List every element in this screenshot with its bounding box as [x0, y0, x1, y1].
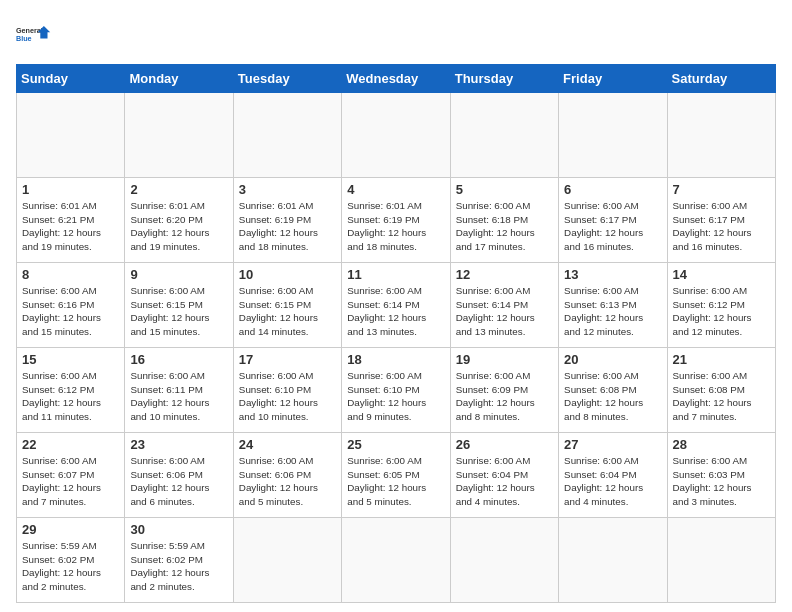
- svg-text:General: General: [16, 26, 43, 35]
- calendar-cell: 12Sunrise: 6:00 AMSunset: 6:14 PMDayligh…: [450, 263, 558, 348]
- day-number: 24: [239, 437, 336, 452]
- day-number: 9: [130, 267, 227, 282]
- col-header-wednesday: Wednesday: [342, 65, 450, 93]
- day-info: Sunrise: 6:00 AMSunset: 6:03 PMDaylight:…: [673, 454, 770, 509]
- day-info: Sunrise: 6:00 AMSunset: 6:07 PMDaylight:…: [22, 454, 119, 509]
- day-number: 26: [456, 437, 553, 452]
- day-info: Sunrise: 6:01 AMSunset: 6:21 PMDaylight:…: [22, 199, 119, 254]
- calendar-cell: 10Sunrise: 6:00 AMSunset: 6:15 PMDayligh…: [233, 263, 341, 348]
- day-number: 5: [456, 182, 553, 197]
- day-number: 2: [130, 182, 227, 197]
- calendar-cell: 8Sunrise: 6:00 AMSunset: 6:16 PMDaylight…: [17, 263, 125, 348]
- day-number: 18: [347, 352, 444, 367]
- day-number: 8: [22, 267, 119, 282]
- day-info: Sunrise: 6:00 AMSunset: 6:15 PMDaylight:…: [130, 284, 227, 339]
- col-header-thursday: Thursday: [450, 65, 558, 93]
- day-number: 25: [347, 437, 444, 452]
- calendar-cell: 13Sunrise: 6:00 AMSunset: 6:13 PMDayligh…: [559, 263, 667, 348]
- logo: GeneralBlue: [16, 16, 52, 52]
- day-number: 30: [130, 522, 227, 537]
- calendar-cell: 3Sunrise: 6:01 AMSunset: 6:19 PMDaylight…: [233, 178, 341, 263]
- col-header-friday: Friday: [559, 65, 667, 93]
- calendar-cell: 2Sunrise: 6:01 AMSunset: 6:20 PMDaylight…: [125, 178, 233, 263]
- calendar-cell: [667, 93, 775, 178]
- day-number: 3: [239, 182, 336, 197]
- calendar-cell: 22Sunrise: 6:00 AMSunset: 6:07 PMDayligh…: [17, 433, 125, 518]
- calendar-cell: 21Sunrise: 6:00 AMSunset: 6:08 PMDayligh…: [667, 348, 775, 433]
- day-number: 12: [456, 267, 553, 282]
- day-info: Sunrise: 6:00 AMSunset: 6:05 PMDaylight:…: [347, 454, 444, 509]
- calendar-cell: [233, 518, 341, 603]
- calendar-cell: [559, 518, 667, 603]
- calendar-cell: [233, 93, 341, 178]
- calendar-cell: 9Sunrise: 6:00 AMSunset: 6:15 PMDaylight…: [125, 263, 233, 348]
- calendar-cell: 20Sunrise: 6:00 AMSunset: 6:08 PMDayligh…: [559, 348, 667, 433]
- day-info: Sunrise: 6:00 AMSunset: 6:10 PMDaylight:…: [239, 369, 336, 424]
- svg-text:Blue: Blue: [16, 34, 32, 43]
- col-header-saturday: Saturday: [667, 65, 775, 93]
- day-info: Sunrise: 6:00 AMSunset: 6:17 PMDaylight:…: [564, 199, 661, 254]
- day-info: Sunrise: 6:00 AMSunset: 6:11 PMDaylight:…: [130, 369, 227, 424]
- calendar-cell: 6Sunrise: 6:00 AMSunset: 6:17 PMDaylight…: [559, 178, 667, 263]
- week-row-6: 29Sunrise: 5:59 AMSunset: 6:02 PMDayligh…: [17, 518, 776, 603]
- day-info: Sunrise: 6:00 AMSunset: 6:13 PMDaylight:…: [564, 284, 661, 339]
- day-info: Sunrise: 6:00 AMSunset: 6:14 PMDaylight:…: [347, 284, 444, 339]
- col-header-sunday: Sunday: [17, 65, 125, 93]
- logo-icon: GeneralBlue: [16, 16, 52, 52]
- calendar-cell: 11Sunrise: 6:00 AMSunset: 6:14 PMDayligh…: [342, 263, 450, 348]
- col-header-monday: Monday: [125, 65, 233, 93]
- calendar-cell: [450, 93, 558, 178]
- week-row-4: 15Sunrise: 6:00 AMSunset: 6:12 PMDayligh…: [17, 348, 776, 433]
- calendar-cell: 1Sunrise: 6:01 AMSunset: 6:21 PMDaylight…: [17, 178, 125, 263]
- calendar-cell: [559, 93, 667, 178]
- day-info: Sunrise: 5:59 AMSunset: 6:02 PMDaylight:…: [130, 539, 227, 594]
- day-info: Sunrise: 6:00 AMSunset: 6:08 PMDaylight:…: [564, 369, 661, 424]
- day-number: 10: [239, 267, 336, 282]
- day-info: Sunrise: 6:00 AMSunset: 6:04 PMDaylight:…: [564, 454, 661, 509]
- day-number: 28: [673, 437, 770, 452]
- day-info: Sunrise: 6:00 AMSunset: 6:14 PMDaylight:…: [456, 284, 553, 339]
- calendar-cell: [450, 518, 558, 603]
- day-number: 15: [22, 352, 119, 367]
- day-number: 27: [564, 437, 661, 452]
- calendar-cell: 7Sunrise: 6:00 AMSunset: 6:17 PMDaylight…: [667, 178, 775, 263]
- day-number: 11: [347, 267, 444, 282]
- calendar-cell: [342, 518, 450, 603]
- calendar-cell: [667, 518, 775, 603]
- week-row-3: 8Sunrise: 6:00 AMSunset: 6:16 PMDaylight…: [17, 263, 776, 348]
- day-info: Sunrise: 6:00 AMSunset: 6:12 PMDaylight:…: [22, 369, 119, 424]
- day-number: 1: [22, 182, 119, 197]
- day-info: Sunrise: 6:00 AMSunset: 6:10 PMDaylight:…: [347, 369, 444, 424]
- calendar-cell: 25Sunrise: 6:00 AMSunset: 6:05 PMDayligh…: [342, 433, 450, 518]
- day-number: 22: [22, 437, 119, 452]
- calendar-cell: 24Sunrise: 6:00 AMSunset: 6:06 PMDayligh…: [233, 433, 341, 518]
- day-number: 13: [564, 267, 661, 282]
- day-info: Sunrise: 6:00 AMSunset: 6:12 PMDaylight:…: [673, 284, 770, 339]
- day-number: 21: [673, 352, 770, 367]
- calendar-cell: 28Sunrise: 6:00 AMSunset: 6:03 PMDayligh…: [667, 433, 775, 518]
- day-info: Sunrise: 6:00 AMSunset: 6:04 PMDaylight:…: [456, 454, 553, 509]
- day-info: Sunrise: 6:00 AMSunset: 6:06 PMDaylight:…: [130, 454, 227, 509]
- day-number: 14: [673, 267, 770, 282]
- day-info: Sunrise: 6:00 AMSunset: 6:18 PMDaylight:…: [456, 199, 553, 254]
- day-number: 4: [347, 182, 444, 197]
- calendar-cell: [125, 93, 233, 178]
- calendar-table: SundayMondayTuesdayWednesdayThursdayFrid…: [16, 64, 776, 603]
- calendar-cell: 16Sunrise: 6:00 AMSunset: 6:11 PMDayligh…: [125, 348, 233, 433]
- calendar-cell: 29Sunrise: 5:59 AMSunset: 6:02 PMDayligh…: [17, 518, 125, 603]
- day-number: 17: [239, 352, 336, 367]
- day-info: Sunrise: 5:59 AMSunset: 6:02 PMDaylight:…: [22, 539, 119, 594]
- calendar-cell: 17Sunrise: 6:00 AMSunset: 6:10 PMDayligh…: [233, 348, 341, 433]
- day-number: 6: [564, 182, 661, 197]
- calendar-cell: 15Sunrise: 6:00 AMSunset: 6:12 PMDayligh…: [17, 348, 125, 433]
- day-info: Sunrise: 6:00 AMSunset: 6:08 PMDaylight:…: [673, 369, 770, 424]
- week-row-1: [17, 93, 776, 178]
- day-number: 7: [673, 182, 770, 197]
- page-header: GeneralBlue: [16, 16, 776, 52]
- day-info: Sunrise: 6:01 AMSunset: 6:19 PMDaylight:…: [347, 199, 444, 254]
- calendar-cell: [17, 93, 125, 178]
- day-number: 16: [130, 352, 227, 367]
- day-info: Sunrise: 6:01 AMSunset: 6:19 PMDaylight:…: [239, 199, 336, 254]
- calendar-cell: [342, 93, 450, 178]
- day-number: 29: [22, 522, 119, 537]
